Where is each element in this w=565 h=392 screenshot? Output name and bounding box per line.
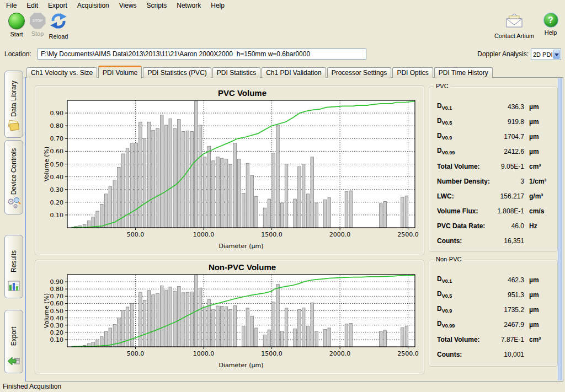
menu-file[interactable]: File (1, 1, 22, 10)
stat-unit: µm (524, 133, 552, 141)
tab-pdi-time-history[interactable]: PDI Time History (434, 67, 493, 78)
reload-button[interactable]: Reload (46, 13, 71, 40)
svg-text:0.70: 0.70 (50, 293, 64, 300)
svg-text:0.30: 0.30 (50, 322, 64, 329)
stat-label: DV0.99 (437, 147, 497, 155)
data-library-icon (7, 119, 21, 135)
stat-label: DV0.5 (437, 290, 497, 299)
tab-pdi-optics[interactable]: PDI Optics (392, 67, 433, 78)
svg-text:0.60: 0.60 (50, 148, 64, 155)
status-bar: Finished Acquisition (0, 382, 565, 392)
stat-unit: cm/s (524, 207, 552, 215)
stat-unit: 1/cm³ (524, 178, 552, 185)
svg-text:Diameter (µm): Diameter (µm) (218, 243, 263, 250)
stat-value: 10,001 (497, 351, 524, 358)
help-icon: ? (543, 13, 558, 28)
menu-scripts[interactable]: Scripts (142, 1, 172, 10)
envelope-icon (504, 13, 525, 31)
location-label: Location: (4, 50, 31, 58)
menu-edit[interactable]: Edit (22, 1, 43, 10)
stat-label: DV0.1 (437, 102, 497, 111)
stat-value: 436.3 (497, 103, 524, 111)
stat-value: 156.217 (497, 192, 524, 200)
stat-value: 16,351 (497, 237, 524, 245)
svg-text:1000.0: 1000.0 (193, 231, 215, 238)
sidebar-item-data-library[interactable]: Data Library (4, 71, 23, 138)
svg-text:1500.0: 1500.0 (261, 350, 282, 357)
pvc-volume-chart: 0.100.200.300.400.500.600.700.800.90500.… (40, 98, 420, 251)
sidebar-item-device-controls[interactable]: Device Controls ⚙ ⚙ (4, 140, 23, 214)
stat-label: Total Volume: (437, 163, 497, 170)
stat-value: 7.87E-1 (497, 336, 524, 343)
svg-text:0.90: 0.90 (50, 278, 64, 286)
svg-text:2500.0: 2500.0 (397, 350, 419, 357)
stat-unit: µm (524, 291, 552, 299)
stat-label: PVC Data Rate: (437, 222, 497, 230)
stop-button-label: Stop (31, 30, 44, 37)
pvc-chart-panel: PVC Volume 0.100.200.300.400.500.600.700… (35, 85, 424, 255)
stat-row: LWC:156.217g/m³ (429, 189, 557, 203)
stat-row: DV0.992412.6µm (429, 144, 557, 159)
sidebar-item-label: Device Controls (10, 148, 18, 195)
stat-label: LWC: (437, 192, 497, 200)
stat-value: 9.05E-1 (497, 163, 524, 170)
svg-text:0.30: 0.30 (50, 186, 64, 194)
tab-ch1-velocity-vs-size[interactable]: Ch1 Velocity vs. Size (26, 67, 97, 78)
doppler-analysis-select[interactable]: 2D PDI (531, 49, 561, 60)
menu-network[interactable]: Network (172, 1, 206, 10)
svg-text:Volume (%): Volume (%) (43, 293, 50, 328)
pvc-chart-title: PVC Volume (35, 88, 424, 98)
tab-processor-settings[interactable]: Processor Settings (327, 67, 392, 78)
tab-pdi-statistics[interactable]: PDI Statistics (212, 67, 260, 78)
svg-text:500.0: 500.0 (127, 231, 145, 238)
svg-text:1500.0: 1500.0 (261, 231, 282, 238)
stat-value: 2412.6 (497, 148, 524, 155)
stat-row: Counts:10,001 (429, 347, 557, 362)
pvc-stats-panel: PVC DV0.1436.3µmDV0.5919.8µmDV0.91704.7µ… (429, 87, 558, 252)
svg-text:0.40: 0.40 (50, 174, 64, 181)
svg-text:0.80: 0.80 (50, 286, 64, 293)
menu-help[interactable]: Help (206, 1, 230, 10)
stop-icon: STOP (30, 13, 46, 29)
sidebar-item-results[interactable]: Results (4, 235, 23, 298)
menu-acquisition[interactable]: Acquisition (72, 1, 114, 10)
menu-bar: FileEditExportAcquisitionViewsScriptsNet… (0, 0, 565, 10)
help-button[interactable]: ? Help (540, 13, 562, 36)
stat-row: Volume Flux:1.808E-1cm/s (429, 203, 557, 218)
nonpvc-stats-legend: Non-PVC (434, 256, 463, 262)
stat-value: 46.0 (497, 222, 524, 230)
svg-text:1000.0: 1000.0 (193, 350, 215, 357)
stat-label: DV0.99 (437, 320, 497, 329)
stat-value: 462.3 (497, 276, 524, 284)
export-icon (7, 355, 21, 370)
stat-label: Number Density: (437, 178, 497, 185)
stat-unit: cm³ (524, 336, 552, 343)
tab-ch1-pdi-validation[interactable]: Ch1 PDI Validation (262, 67, 326, 78)
location-input[interactable] (38, 49, 366, 60)
pvc-stats-legend: PVC (434, 83, 451, 89)
svg-text:0.50: 0.50 (50, 161, 64, 168)
stat-value: 3 (497, 178, 524, 185)
stat-row: DV0.91735.2µm (429, 302, 557, 317)
contact-artium-button[interactable]: Contact Artium (490, 13, 539, 39)
svg-text:2500.0: 2500.0 (397, 231, 419, 238)
stat-unit: µm (524, 118, 552, 126)
nonpvc-chart-panel: Non-PVC Volume 0.100.200.300.400.500.600… (35, 260, 424, 374)
svg-text:0.90: 0.90 (50, 110, 64, 117)
svg-text:0.50: 0.50 (50, 308, 64, 315)
results-icon (7, 280, 21, 295)
stat-row: DV0.1436.3µm (429, 99, 557, 114)
chevron-down-icon[interactable] (553, 50, 560, 59)
menu-export[interactable]: Export (43, 1, 72, 10)
help-icon-glyph: ? (548, 15, 553, 25)
menu-views[interactable]: Views (114, 1, 142, 10)
stat-row: DV0.5919.8µm (429, 114, 557, 129)
svg-text:Volume (%): Volume (%) (43, 147, 50, 181)
vertical-scrollbar[interactable] (558, 78, 562, 380)
stat-row: PVC Data Rate:46.0Hz (429, 218, 557, 233)
tab-pdi-volume[interactable]: PDI Volume (98, 66, 142, 78)
tab-pdi-statistics-pvc[interactable]: PDI Statistics (PVC) (143, 67, 211, 78)
pvc-stats-rows: DV0.1436.3µmDV0.5919.8µmDV0.91704.7µmDV0… (429, 99, 557, 248)
svg-text:0.40: 0.40 (50, 315, 64, 322)
sidebar-item-export[interactable]: Export (4, 310, 23, 373)
